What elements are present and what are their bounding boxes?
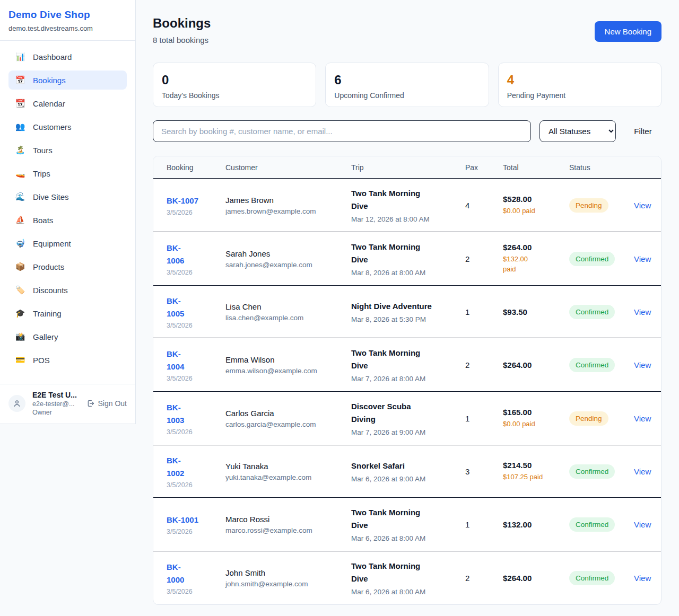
paid-amount: $107.25 paid <box>503 472 560 482</box>
status-cell: Confirmed <box>569 571 634 585</box>
booking-id-link[interactable]: BK- 1002 <box>167 454 216 480</box>
sidebar-item-label: Equipment <box>33 239 71 248</box>
sidebar-item-training[interactable]: 🎓 Training <box>8 304 127 323</box>
booking-id-link[interactable]: BK-1001 <box>167 514 216 526</box>
trip-name: Discover Scuba Diving <box>351 400 456 426</box>
pax-cell: 2 <box>465 254 503 263</box>
person-icon <box>13 399 21 408</box>
customer-cell: Sarah Jones sarah.jones@example.com <box>225 249 351 269</box>
bookings-icon: 📅 <box>15 75 25 85</box>
view-link[interactable]: View <box>634 414 660 423</box>
sidebar-item-trips[interactable]: 🚤 Trips <box>8 164 127 183</box>
booking-cell: BK- 1002 3/5/2026 <box>167 454 225 489</box>
booking-id-link[interactable]: BK- 1006 <box>167 242 216 267</box>
view-link[interactable]: View <box>634 520 660 529</box>
total-amount: $264.00 <box>503 574 560 583</box>
paid-amount: $0.00 paid <box>503 206 560 216</box>
new-booking-button[interactable]: New Booking <box>595 21 661 42</box>
total-amount: $132.00 <box>503 520 560 529</box>
sidebar-item-label: Bookings <box>33 76 66 85</box>
pax-cell: 1 <box>465 307 503 316</box>
sidebar-item-pos[interactable]: 💳 POS <box>8 350 127 369</box>
sidebar-item-dashboard[interactable]: 📊 Dashboard <box>8 47 127 66</box>
status-badge: Confirmed <box>569 252 615 266</box>
sidebar-item-calendar[interactable]: 📆 Calendar <box>8 94 127 113</box>
sidebar-item-label: Training <box>33 309 62 318</box>
view-link[interactable]: View <box>634 254 660 263</box>
sidebar-item-label: Dive Sites <box>33 192 69 201</box>
trip-datetime: Mar 6, 2026 at 8:00 AM <box>351 588 456 596</box>
search-input[interactable] <box>153 120 531 142</box>
sign-out-button[interactable]: Sign Out <box>86 399 127 408</box>
view-link[interactable]: View <box>634 201 660 210</box>
sign-out-label: Sign Out <box>98 399 127 408</box>
sidebar-item-label: Tours <box>33 146 53 155</box>
customer-email: emma.wilson@example.com <box>225 367 342 375</box>
view-link[interactable]: View <box>634 574 660 583</box>
trip-datetime: Mar 7, 2026 at 8:00 AM <box>351 375 456 383</box>
pax-cell: 1 <box>465 414 503 423</box>
customer-name: Lisa Chen <box>225 302 342 311</box>
sidebar-item-dive-sites[interactable]: 🌊 Dive Sites <box>8 187 127 206</box>
page-subtitle: 8 total bookings <box>153 36 211 45</box>
booking-date: 3/5/2026 <box>167 481 216 489</box>
booking-cell: BK- 1005 3/5/2026 <box>167 295 225 329</box>
total-cell: $528.00 $0.00 paid <box>503 195 569 216</box>
booking-id-link[interactable]: BK- 1005 <box>167 295 216 320</box>
booking-id-link[interactable]: BK-1007 <box>167 195 216 207</box>
page-title: Bookings <box>153 16 211 31</box>
table-row: BK-1007 3/5/2026 James Brown james.brown… <box>153 179 661 232</box>
table-row: BK- 1004 3/5/2026 Emma Wilson emma.wilso… <box>153 338 661 392</box>
status-select[interactable]: All Statuses <box>539 120 616 142</box>
trip-datetime: Mar 6, 2026 at 8:00 AM <box>351 534 456 542</box>
sidebar-item-label: Gallery <box>33 332 58 341</box>
sidebar-item-gallery[interactable]: 📸 Gallery <box>8 327 127 346</box>
total-cell: $264.00 <box>503 574 569 583</box>
sidebar-item-bookings[interactable]: 📅 Bookings <box>8 71 127 90</box>
sidebar-item-boats[interactable]: ⛵ Boats <box>8 210 127 230</box>
status-cell: Confirmed <box>569 358 634 372</box>
view-link[interactable]: View <box>634 467 660 476</box>
sidebar-item-tours[interactable]: 🏝️ Tours <box>8 140 127 160</box>
status-cell: Confirmed <box>569 305 634 319</box>
sidebar-item-discounts[interactable]: 🏷️ Discounts <box>8 280 127 300</box>
customers-icon: 👥 <box>15 122 25 131</box>
booking-date: 3/5/2026 <box>167 322 216 329</box>
trip-name: Two Tank Morning Dive <box>351 241 456 266</box>
booking-id-link[interactable]: BK- 1004 <box>167 348 216 373</box>
trip-cell: Snorkel Safari Mar 6, 2026 at 9:00 AM <box>351 460 465 483</box>
stats-row: 0 Today's Bookings 6 Upcoming Confirmed … <box>153 63 661 107</box>
customer-email: carlos.garcia@example.com <box>225 420 342 428</box>
sidebar-item-equipment[interactable]: 🤿 Equipment <box>8 234 127 253</box>
pax-cell: 2 <box>465 360 503 369</box>
column-header-booking: Booking <box>167 163 225 172</box>
total-cell: $264.00 $132.00 paid <box>503 243 569 275</box>
trip-name: Night Dive Adventure <box>351 300 456 313</box>
total-cell: $93.50 <box>503 307 569 316</box>
user-name: E2E Test U... <box>32 391 80 399</box>
booking-id-link[interactable]: BK- 1003 <box>167 401 216 427</box>
pos-icon: 💳 <box>15 355 25 365</box>
trip-cell: Two Tank Morning Dive Mar 6, 2026 at 8:0… <box>351 560 465 596</box>
booking-date: 3/5/2026 <box>167 528 216 535</box>
stat-label: Today's Bookings <box>162 91 307 100</box>
total-cell: $214.50 $107.25 paid <box>503 461 569 482</box>
training-icon: 🎓 <box>15 309 25 318</box>
view-link[interactable]: View <box>634 307 660 316</box>
stat-card-upcoming-confirmed: 6 Upcoming Confirmed <box>325 63 489 107</box>
booking-id-link[interactable]: BK- 1000 <box>167 561 216 586</box>
trip-datetime: Mar 12, 2026 at 8:00 AM <box>351 215 456 223</box>
user-footer: E2E Test U... e2e-tester@... Owner Sign … <box>0 384 135 424</box>
customer-name: Emma Wilson <box>225 355 342 364</box>
equipment-icon: 🤿 <box>15 239 25 248</box>
sidebar-item-products[interactable]: 📦 Products <box>8 257 127 276</box>
pax-cell: 4 <box>465 201 503 210</box>
total-amount: $93.50 <box>503 307 560 316</box>
column-header-status: Status <box>569 163 634 172</box>
view-link[interactable]: View <box>634 360 660 369</box>
sidebar-item-customers[interactable]: 👥 Customers <box>8 117 127 136</box>
customer-cell: Lisa Chen lisa.chen@example.com <box>225 302 351 322</box>
trip-name: Two Tank Morning Dive <box>351 560 456 585</box>
trip-cell: Two Tank Morning Dive Mar 12, 2026 at 8:… <box>351 187 465 223</box>
filter-button[interactable]: Filter <box>624 127 661 136</box>
